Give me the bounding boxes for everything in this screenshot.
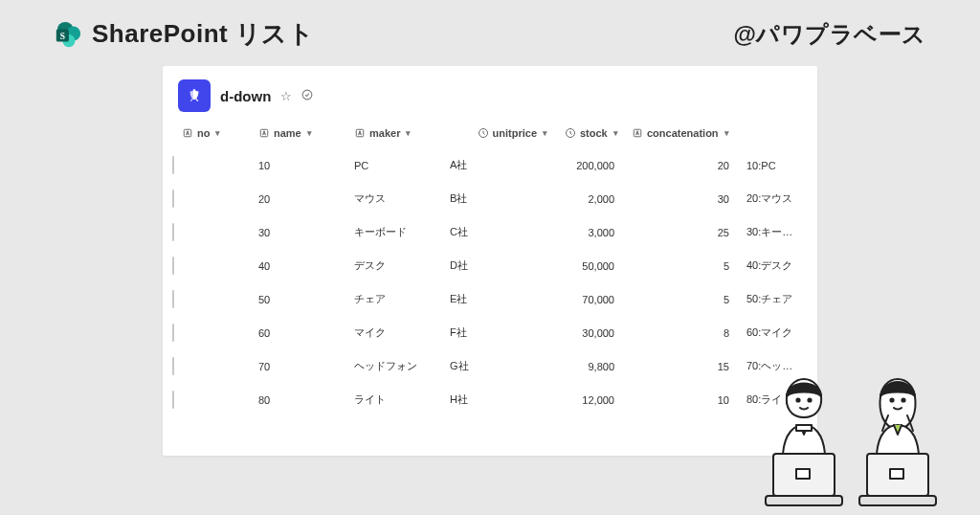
cell-name: マイク xyxy=(350,316,446,349)
cell-unitprice: 30,000 xyxy=(561,316,628,349)
cell-name: PC xyxy=(350,148,446,182)
table-row[interactable]: 30キーボードC社3,0002530:キーボード xyxy=(178,215,802,249)
channel-brand: @パワプラベース xyxy=(734,19,926,50)
cell-stock: 20 xyxy=(628,148,743,182)
cell-no: 30 xyxy=(255,215,350,249)
cell-no: 80 xyxy=(255,383,350,416)
svg-point-5 xyxy=(302,90,312,100)
cell-maker: A社 xyxy=(446,148,561,182)
cell-maker: H社 xyxy=(446,383,561,416)
row-marker xyxy=(172,357,174,375)
table-row[interactable]: 80ライトH社12,0001080:ライト xyxy=(178,383,802,416)
table-row[interactable]: 40デスクD社50,000540:デスク xyxy=(178,249,802,282)
chevron-down-icon: ▾ xyxy=(724,128,729,138)
cell-stock: 25 xyxy=(628,215,743,249)
row-marker xyxy=(172,156,174,174)
cell-name: マウス xyxy=(350,182,446,215)
svg-text:S: S xyxy=(60,31,65,40)
table-row[interactable]: 10PCA社200,0002010:PC xyxy=(178,148,802,182)
column-label: no xyxy=(197,127,210,139)
cell-stock: 5 xyxy=(628,282,743,316)
list-name: d-down xyxy=(220,88,271,104)
svg-rect-18 xyxy=(766,496,842,505)
cell-name: ヘッドフォン xyxy=(350,349,446,383)
cell-concatenation: 30:キーボード xyxy=(743,215,802,249)
cell-concatenation: 10:PC xyxy=(743,148,802,182)
column-label: name xyxy=(274,127,301,139)
row-marker xyxy=(172,290,174,308)
cell-maker: F社 xyxy=(446,316,561,349)
page-title: SharePoint リスト xyxy=(92,17,314,51)
cell-no: 20 xyxy=(255,182,350,215)
row-marker xyxy=(172,324,174,342)
column-header-maker[interactable]: maker▾ xyxy=(350,120,446,148)
cell-unitprice: 50,000 xyxy=(561,249,628,282)
cell-unitprice: 200,000 xyxy=(561,148,628,182)
cell-unitprice: 9,800 xyxy=(561,349,628,383)
cell-stock: 30 xyxy=(628,182,743,215)
chevron-down-icon: ▾ xyxy=(215,128,220,138)
cell-maker: D社 xyxy=(446,249,561,282)
column-label: concatenation xyxy=(647,127,719,139)
status-check-icon[interactable] xyxy=(301,89,313,103)
svg-rect-24 xyxy=(859,496,936,505)
sharepoint-list-panel: d-down ☆ no▾name▾maker▾unitprice▾stock▾c… xyxy=(163,66,817,456)
cell-name: チェア xyxy=(350,282,446,316)
favorite-star-icon[interactable]: ☆ xyxy=(280,89,292,103)
cell-no: 40 xyxy=(255,249,350,282)
svg-point-20 xyxy=(890,398,893,401)
cell-stock: 15 xyxy=(628,349,743,383)
cell-no: 50 xyxy=(255,282,350,316)
column-header-name[interactable]: name▾ xyxy=(255,120,350,148)
cell-no: 10 xyxy=(255,148,350,182)
cell-concatenation: 50:チェア xyxy=(743,282,802,316)
table-row[interactable]: 60マイクF社30,000860:マイク xyxy=(178,316,802,349)
table-row[interactable]: 70ヘッドフォンG社9,8001570:ヘッドフォン xyxy=(178,349,802,383)
cell-maker: B社 xyxy=(446,182,561,215)
column-header-unitprice[interactable]: unitprice▾ xyxy=(446,120,561,148)
row-marker xyxy=(172,391,174,409)
svg-point-21 xyxy=(902,398,904,401)
row-marker xyxy=(172,223,174,241)
list-avatar-icon xyxy=(178,79,211,112)
column-label: maker xyxy=(369,127,400,139)
cell-name: キーボード xyxy=(350,215,446,249)
chevron-down-icon: ▾ xyxy=(406,128,411,138)
table-row[interactable]: 50チェアE社70,000550:チェア xyxy=(178,282,802,316)
svg-rect-15 xyxy=(796,425,812,431)
list-table: no▾name▾maker▾unitprice▾stock▾concatenat… xyxy=(178,120,802,416)
cell-maker: G社 xyxy=(446,349,561,383)
cell-stock: 10 xyxy=(628,383,743,416)
cell-stock: 8 xyxy=(628,316,743,349)
chevron-down-icon: ▾ xyxy=(543,128,547,138)
cell-no: 70 xyxy=(255,349,350,383)
column-header-stock[interactable]: stock▾ xyxy=(561,120,628,148)
cell-unitprice: 70,000 xyxy=(561,282,628,316)
column-header-concatenation[interactable]: concatenation▾ xyxy=(628,120,743,148)
cell-concatenation: 60:マイク xyxy=(743,316,802,349)
column-header-no[interactable]: no▾ xyxy=(178,120,255,148)
chevron-down-icon: ▾ xyxy=(307,128,312,138)
table-row[interactable]: 20マウスB社2,0003020:マウス xyxy=(178,182,802,215)
svg-rect-17 xyxy=(796,469,810,479)
svg-point-13 xyxy=(796,398,799,401)
chevron-down-icon: ▾ xyxy=(613,128,618,138)
cell-name: ライト xyxy=(350,383,446,416)
column-label: unitprice xyxy=(493,127,537,139)
svg-rect-23 xyxy=(890,469,903,479)
cell-concatenation: 40:デスク xyxy=(743,249,802,282)
row-marker xyxy=(172,257,174,275)
cell-unitprice: 2,000 xyxy=(561,182,628,215)
column-label: stock xyxy=(580,127,608,139)
cell-maker: E社 xyxy=(446,282,561,316)
cell-stock: 5 xyxy=(628,249,743,282)
cell-unitprice: 3,000 xyxy=(561,215,628,249)
cell-no: 60 xyxy=(255,316,350,349)
svg-point-14 xyxy=(808,398,811,401)
cell-name: デスク xyxy=(350,249,446,282)
sharepoint-icon: S xyxy=(54,20,82,49)
cell-unitprice: 12,000 xyxy=(561,383,628,416)
people-illustration xyxy=(745,362,955,515)
row-marker xyxy=(172,190,174,208)
cell-maker: C社 xyxy=(446,215,561,249)
